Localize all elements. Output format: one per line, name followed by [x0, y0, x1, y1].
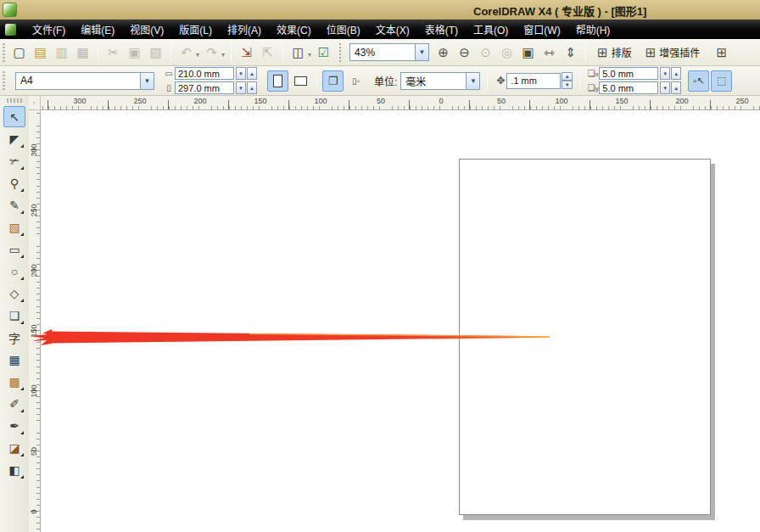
- portrait-button[interactable]: [267, 70, 288, 92]
- paper-size-combo[interactable]: A4 ▼: [15, 72, 154, 90]
- table-tool[interactable]: ▦: [3, 349, 25, 370]
- h-ruler-label: 0: [439, 97, 443, 105]
- horizontal-ruler[interactable]: 30025020015010050050100150200250: [29, 96, 760, 110]
- paper-height-field[interactable]: 297.0 mm: [175, 81, 234, 94]
- all-pages-layout-button[interactable]: ❐: [322, 70, 344, 92]
- table-tool-icon: ▦: [8, 353, 20, 367]
- zoom-in-icon: ⊕: [438, 45, 449, 60]
- rectangle-tool[interactable]: ▭: [3, 238, 25, 260]
- canvas[interactable]: [41, 110, 760, 532]
- nudge-offset-icon: ✥: [495, 75, 506, 87]
- ruler-origin[interactable]: ▫: [29, 96, 41, 110]
- menu-item-edit[interactable]: 编辑(E): [73, 20, 122, 39]
- menu-item-window[interactable]: 窗口(W): [516, 20, 567, 39]
- zoom-to-all-objects-icon: ◎: [501, 45, 512, 60]
- layout-toolbar-button-button[interactable]: ⊞排版: [591, 42, 638, 63]
- smart-fill-tool-icon: ▧: [8, 221, 20, 234]
- zoom-out-button[interactable]: ⊖: [455, 42, 474, 63]
- zoom-to-page-button[interactable]: ▣: [518, 42, 538, 63]
- units-label: 单位:: [374, 74, 397, 88]
- toolbox-grip[interactable]: [7, 98, 22, 103]
- import-button[interactable]: ⇲: [237, 42, 256, 63]
- open-button[interactable]: ▤: [31, 42, 50, 63]
- text-tool[interactable]: 字: [3, 327, 25, 348]
- v-ruler-label: 0: [30, 509, 38, 513]
- menu-item-file[interactable]: 文件(F): [25, 20, 73, 39]
- treat-as-filled-button[interactable]: ▫↖: [688, 70, 709, 92]
- current-page-layout-button[interactable]: ▯▫: [345, 70, 366, 92]
- pick-tool[interactable]: ↖: [3, 106, 25, 127]
- clipped-toolbar-button-button[interactable]: ⊞: [712, 42, 731, 63]
- h-ruler-label: 50: [497, 97, 506, 105]
- zoom-to-page-height-button[interactable]: ⇕: [561, 42, 580, 63]
- freehand-tool-icon: ✎: [9, 199, 20, 212]
- paper-height-spinner[interactable]: ▼▲: [235, 81, 257, 94]
- chevron-down-icon[interactable]: ▼: [466, 73, 479, 89]
- plugin-toolbar-button-label: 增强插件: [659, 45, 700, 59]
- smart-fill-tool[interactable]: ▧: [3, 216, 25, 238]
- h-ruler-label: 150: [254, 97, 266, 105]
- crop-tool[interactable]: ✃: [3, 150, 25, 171]
- polygon-tool[interactable]: ◇: [3, 283, 25, 304]
- new-document-button[interactable]: ▢: [9, 42, 29, 63]
- freehand-tool[interactable]: ✎: [3, 194, 25, 216]
- eyedropper-tool[interactable]: ✐: [3, 393, 25, 414]
- coreldraw-app-icon: [3, 3, 17, 17]
- chevron-down-icon[interactable]: ▼: [140, 73, 154, 89]
- page[interactable]: [459, 159, 711, 515]
- ellipse-tool[interactable]: ○: [3, 260, 25, 282]
- chevron-down-icon[interactable]: ▾: [221, 51, 225, 59]
- zoom-in-button[interactable]: ⊕: [433, 42, 453, 63]
- zoom-to-page-height-icon: ⇕: [565, 45, 576, 60]
- plugin-toolbar-button-button[interactable]: ⊞增强插件: [640, 42, 707, 63]
- application-launcher-button[interactable]: ◫: [288, 42, 308, 63]
- menu-item-table[interactable]: 表格(T): [417, 20, 466, 39]
- menu-item-tools[interactable]: 工具(O): [466, 20, 516, 39]
- zoom-level-combo[interactable]: 43%▼: [349, 43, 429, 61]
- workspace: ↖◤✃⚲✎▧▭○◇❏字▦▩✐✒◪◧ 3002502001501005005010…: [0, 96, 760, 532]
- export-button: ⇱: [258, 42, 277, 63]
- save-icon: ▥: [55, 45, 67, 60]
- outline-pen-tool[interactable]: ✒: [3, 415, 25, 436]
- window-title: CorelDRAW X4 ( 专业版 ) - [图形1]: [473, 3, 646, 19]
- menu-item-effects[interactable]: 效果(C): [269, 20, 319, 39]
- duplicate-y-field[interactable]: 5.0 mm: [599, 81, 658, 94]
- welcome-screen-options-button[interactable]: ☑: [314, 42, 333, 63]
- menu-item-text[interactable]: 文本(X): [368, 20, 417, 39]
- menu-item-arrange[interactable]: 排列(A): [220, 20, 269, 39]
- paper-width-field[interactable]: 210.0 mm: [175, 67, 234, 80]
- toolbar-separator: [231, 43, 232, 62]
- duplicate-x-spinner[interactable]: ▼▲: [659, 67, 681, 80]
- duplicate-x-field[interactable]: 5.0 mm: [599, 67, 658, 80]
- coreldraw-window: CorelDRAW X4 ( 专业版 ) - [图形1] 文件(F)编辑(E)视…: [0, 0, 760, 532]
- landscape-button[interactable]: [290, 70, 311, 92]
- nudge-spinner[interactable]: ▲▼: [562, 72, 573, 89]
- zoom-to-page-width-button[interactable]: ⇿: [539, 42, 559, 63]
- clipped-toolbar-button-icon: ⊞: [716, 45, 727, 60]
- shape-tool[interactable]: ◤: [3, 128, 25, 149]
- basic-shapes-tool[interactable]: ❏: [3, 305, 25, 326]
- chevron-down-icon[interactable]: ▼: [415, 44, 428, 60]
- export-icon: ⇱: [262, 45, 273, 60]
- units-combo[interactable]: 毫米 ▼: [400, 72, 480, 90]
- fill-tool[interactable]: ◪: [3, 437, 25, 458]
- chevron-down-icon[interactable]: ▾: [196, 51, 199, 59]
- interactive-blend-tool[interactable]: ▩: [3, 371, 25, 392]
- shape-tool-icon: ◤: [10, 132, 20, 146]
- menu-item-view[interactable]: 视图(V): [122, 20, 171, 39]
- text-tool-icon: 字: [8, 329, 20, 346]
- vertical-ruler[interactable]: 300250200150100500: [29, 110, 41, 532]
- zoom-tool[interactable]: ⚲: [3, 172, 25, 193]
- application-launcher-icon: ◫: [292, 45, 304, 60]
- paper-width-spinner[interactable]: ▼▲: [235, 67, 257, 80]
- duplicate-y-spinner[interactable]: ▼▲: [659, 81, 681, 94]
- nudge-offset-field[interactable]: .1 mm: [506, 73, 561, 89]
- interactive-fill-tool[interactable]: ◧: [3, 459, 25, 480]
- menu-item-layout[interactable]: 版面(L): [171, 20, 220, 39]
- crop-tool-icon: ✃: [9, 154, 20, 168]
- text-frame-button[interactable]: ⬚: [711, 70, 732, 92]
- menu-item-bitmaps[interactable]: 位图(B): [319, 20, 368, 39]
- copy-icon: ▣: [128, 45, 140, 60]
- menu-item-help[interactable]: 帮助(H): [568, 20, 618, 39]
- chevron-down-icon[interactable]: ▾: [308, 51, 311, 59]
